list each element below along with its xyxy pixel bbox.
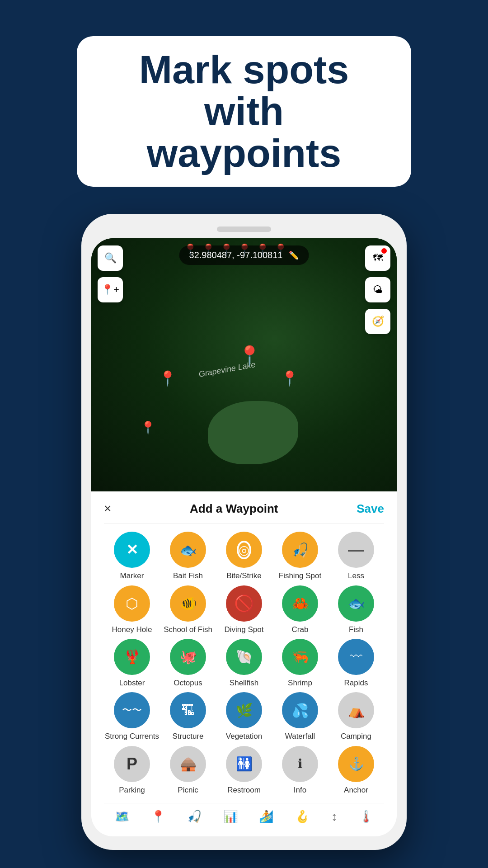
map-pin-green-1: 📍	[281, 370, 299, 387]
map-island	[208, 401, 298, 464]
waypoint-label-school-of-fish: School of Fish	[164, 625, 212, 634]
map-pin-green-2: 📍	[140, 420, 156, 435]
waypoint-anchor[interactable]: ⚓Anchor	[328, 746, 384, 795]
waypoint-label-waterfall: Waterfall	[285, 732, 315, 741]
waypoint-parking[interactable]: PParking	[104, 746, 160, 795]
phone-notch	[217, 226, 271, 232]
panel-header: × Add a Waypoint Save	[104, 491, 384, 524]
waypoint-structure[interactable]: 🏗Structure	[160, 692, 216, 741]
waypoint-bite-strike[interactable]: ◎Bite/Strike	[216, 532, 272, 580]
bottom-toolbar: 🗺️📍🎣📊🏄🪝↕🌡️	[104, 803, 384, 827]
compass-button[interactable]: 🧭	[365, 309, 390, 334]
waypoint-strong-currents[interactable]: 〜〜Strong Currents	[104, 692, 160, 741]
waypoint-picnic[interactable]: 🛖Picnic	[160, 746, 216, 795]
toolbar-icon-2[interactable]: 🎣	[187, 810, 202, 824]
waypoint-label-rapids: Rapids	[344, 679, 368, 688]
waypoint-honey-hole[interactable]: ⬡Honey Hole	[104, 585, 160, 634]
waypoint-camping[interactable]: ⛺Camping	[328, 692, 384, 741]
waypoint-label-lobster: Lobster	[119, 679, 145, 688]
waypoint-label-bite-strike: Bite/Strike	[226, 571, 261, 580]
waypoint-shrimp[interactable]: 🦐Shrimp	[272, 639, 328, 688]
waypoint-label-strong-currents: Strong Currents	[105, 732, 159, 741]
toolbar-icon-4[interactable]: 🏄	[259, 810, 273, 824]
coords-bar: 32.980487, -97.100811 ✏️	[179, 245, 309, 265]
hero-title: Mark spots with waypoints	[104, 49, 384, 174]
waypoint-label-less: Less	[348, 571, 364, 580]
waypoint-label-octopus: Octopus	[174, 679, 202, 688]
toolbar-icon-3[interactable]: 📊	[223, 810, 238, 824]
waypoint-label-shellfish: Shellfish	[230, 679, 258, 688]
waypoint-label-marker: Marker	[120, 571, 144, 580]
waypoint-label-diving-spot: Diving Spot	[225, 625, 264, 634]
toolbar-icon-7[interactable]: 🌡️	[359, 810, 373, 824]
notification-dot	[381, 248, 387, 254]
waypoint-crab[interactable]: 🦀Crab	[272, 585, 328, 634]
waypoint-vegetation[interactable]: 🌿Vegetation	[216, 692, 272, 741]
waypoint-waterfall[interactable]: 💦Waterfall	[272, 692, 328, 741]
waypoint-fish[interactable]: 🐟Fish	[328, 585, 384, 634]
waypoint-lobster[interactable]: 🦞Lobster	[104, 639, 160, 688]
waypoint-label-bait-fish: Bait Fish	[173, 571, 203, 580]
waypoint-label-fishing-spot: Fishing Spot	[279, 571, 322, 580]
waypoint-label-honey-hole: Honey Hole	[112, 625, 152, 634]
waypoint-label-structure: Structure	[173, 732, 204, 741]
waypoint-label-parking: Parking	[119, 786, 145, 795]
waypoint-label-info: Info	[294, 786, 306, 795]
waypoint-label-vegetation: Vegetation	[226, 732, 262, 741]
waypoint-label-fish: Fish	[349, 625, 363, 634]
toolbar-icon-5[interactable]: 🪝	[295, 810, 310, 824]
waypoint-label-picnic: Picnic	[178, 786, 198, 795]
waypoint-restroom[interactable]: 🚻Restroom	[216, 746, 272, 795]
weather-button[interactable]: 🌤	[365, 277, 390, 302]
waypoint-rapids[interactable]: 〰Rapids	[328, 639, 384, 688]
map-pin-red: 📍	[238, 344, 261, 367]
waypoint-label-anchor: Anchor	[344, 786, 368, 795]
panel-title: Add a Waypoint	[190, 502, 278, 516]
waypoint-marker[interactable]: ✕Marker	[104, 532, 160, 580]
map-view: Grapevine Lake 📍📍📍📍📍📍 📍 📍 📍 📍 32.980487,…	[91, 238, 397, 491]
waypoint-grid: ✕Marker🐟Bait Fish◎Bite/Strike🎣Fishing Sp…	[104, 524, 384, 803]
close-button[interactable]: ×	[104, 501, 111, 516]
coords-text: 32.980487, -97.100811	[189, 250, 283, 260]
save-button[interactable]: Save	[357, 502, 384, 516]
waypoint-diving-spot[interactable]: 🚫Diving Spot	[216, 585, 272, 634]
toolbar-icon-1[interactable]: 📍	[151, 810, 165, 824]
layers-button[interactable]: 🗺	[365, 245, 390, 271]
toolbar-icon-0[interactable]: 🗺️	[115, 810, 129, 824]
waypoint-panel: × Add a Waypoint Save ✕Marker🐟Bait Fish◎…	[91, 491, 397, 836]
map-pin-gray-1: 📍	[159, 370, 177, 387]
search-button[interactable]: 🔍	[98, 245, 123, 271]
phone-screen: Grapevine Lake 📍📍📍📍📍📍 📍 📍 📍 📍 32.980487,…	[91, 238, 397, 836]
waypoint-info[interactable]: ℹInfo	[272, 746, 328, 795]
waypoint-label-shrimp: Shrimp	[288, 679, 312, 688]
waypoint-octopus[interactable]: 🐙Octopus	[160, 639, 216, 688]
waypoint-shellfish[interactable]: 🐚Shellfish	[216, 639, 272, 688]
waypoint-label-restroom: Restroom	[227, 786, 261, 795]
waypoint-fishing-spot[interactable]: 🎣Fishing Spot	[272, 532, 328, 580]
waypoint-less[interactable]: —Less	[328, 532, 384, 580]
waypoint-label-crab: Crab	[292, 625, 309, 634]
waypoint-label-camping: Camping	[341, 732, 371, 741]
hero-banner: Mark spots with waypoints	[77, 36, 411, 187]
waypoint-bait-fish[interactable]: 🐟Bait Fish	[160, 532, 216, 580]
edit-icon[interactable]: ✏️	[289, 250, 299, 260]
phone-mockup: Grapevine Lake 📍📍📍📍📍📍 📍 📍 📍 📍 32.980487,…	[81, 214, 407, 850]
waypoint-school-of-fish[interactable]: 🐠School of Fish	[160, 585, 216, 634]
locate-button[interactable]: 📍+	[98, 277, 123, 302]
toolbar-icon-6[interactable]: ↕	[331, 810, 337, 824]
